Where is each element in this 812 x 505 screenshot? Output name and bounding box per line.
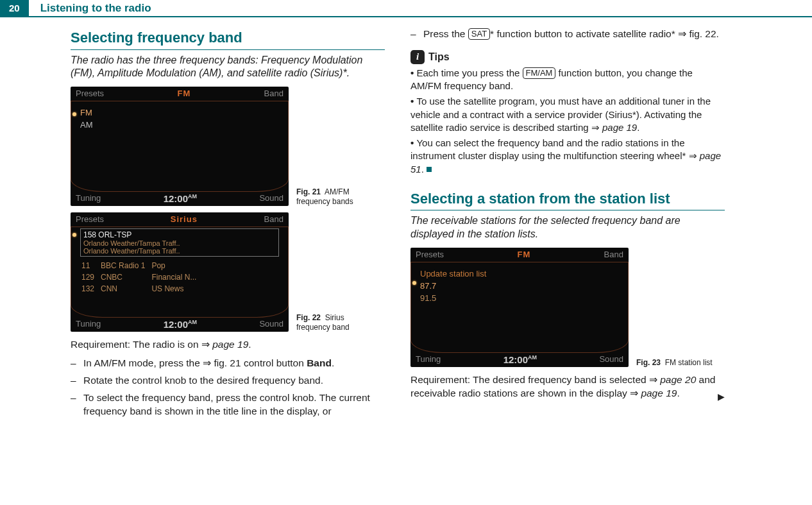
figure-caption: Fig. 22 Sirius frequency band: [296, 313, 373, 332]
continue-icon: ▶: [718, 391, 725, 403]
list-item: You can select the frequency band and th…: [410, 137, 725, 176]
page-ref: page 20: [660, 374, 696, 385]
band-title: FM: [177, 89, 190, 98]
list-item: Update station list: [420, 268, 619, 280]
button-graphic: SAT: [468, 28, 490, 40]
soft-label: Tuning: [416, 354, 441, 365]
soft-label: Band: [264, 214, 283, 224]
page-ref: page 19: [641, 388, 677, 398]
clock-display: 12:00AM: [164, 193, 197, 204]
requirement-text: Requirement: The radio is on ⇒ page 19.: [71, 338, 385, 352]
tips-label: Tips: [428, 51, 450, 63]
soft-label: Band: [264, 89, 283, 98]
page-topic: Listening to the radio: [29, 2, 151, 15]
figure-23: Presets FM Band Update station list 87.7…: [410, 248, 725, 367]
figure-21: Presets FM Band FM AM Tuning 12:00AM Sou…: [71, 87, 385, 206]
list-item: 91.5: [420, 292, 619, 304]
section-heading: Selecting frequency band: [71, 29, 385, 50]
list-item: FM: [80, 107, 279, 119]
section-subhead: The radio has the three frequency bands:…: [71, 54, 385, 81]
page-number: 20: [0, 0, 29, 16]
list-item: – To select the frequency band, press th…: [71, 391, 385, 418]
tips-list: Each time you press the FM/AM function b…: [410, 67, 725, 176]
channel-table: 11BBC Radio 1Pop 129CNBCFinancial N... 1…: [80, 259, 203, 295]
list-item: Each time you press the FM/AM function b…: [410, 67, 725, 93]
button-graphic: FM/AM: [523, 67, 556, 79]
soft-label: Sound: [259, 193, 283, 204]
table-row: 11BBC Radio 1Pop: [81, 261, 201, 271]
table-row: 132CNNUS News: [81, 284, 201, 294]
soft-label: Tuning: [76, 319, 101, 330]
soft-label: Tuning: [76, 193, 101, 204]
section-heading: Selecting a station from the station lis…: [410, 190, 725, 211]
list-item: – Rotate the control knob to the desired…: [71, 374, 385, 388]
clock-display: 12:00AM: [164, 319, 197, 330]
page-ref: page 19: [212, 339, 248, 350]
section-end-icon: [427, 167, 432, 172]
display-screenshot: Presets FM Band FM AM Tuning 12:00AM Sou…: [71, 87, 289, 206]
soft-label: Presets: [416, 250, 444, 259]
page-body: Selecting frequency band The radio has t…: [0, 24, 812, 422]
step-list: – Press the SAT* function button to acti…: [410, 28, 725, 41]
list-item: – In AM/FM mode, press the ⇒ fig. 21 con…: [71, 357, 385, 370]
list-item: – Press the SAT* function button to acti…: [410, 28, 725, 41]
band-title: FM: [517, 250, 530, 259]
channel-line: Orlando Weather/Tampa Traff..: [83, 247, 276, 255]
figure-22: Presets Sirius Band 158 ORL-TSP Orlando …: [71, 212, 385, 332]
channel-id: 158 ORL-TSP: [83, 230, 276, 239]
info-icon: i: [410, 50, 425, 64]
step-list: – In AM/FM mode, press the ⇒ fig. 21 con…: [71, 357, 385, 418]
soft-label: Presets: [76, 89, 104, 98]
figure-caption: Fig. 21 AM/FM frequency bands: [296, 187, 373, 206]
left-column: Selecting frequency band The radio has t…: [71, 24, 385, 422]
table-row: 129CNBCFinancial N...: [81, 272, 201, 282]
clock-display: 12:00AM: [503, 354, 537, 365]
soft-label: Band: [604, 250, 623, 259]
list-item: To use the satellite program, you must h…: [410, 95, 725, 134]
requirement-text: Requirement: The desired frequency band …: [410, 373, 725, 400]
highlight-box: 158 ORL-TSP Orlando Weather/Tampa Traff.…: [80, 228, 279, 257]
page-header: 20 Listening to the radio: [0, 0, 812, 17]
page-ref: page 19: [602, 122, 637, 133]
list-item: AM: [80, 119, 279, 131]
right-column: – Press the SAT* function button to acti…: [410, 24, 725, 422]
soft-label: Sound: [259, 319, 283, 330]
band-title: Sirius: [171, 214, 198, 224]
section-subhead: The receivable stations for the selected…: [410, 214, 725, 241]
figure-caption: Fig. 23 FM station list: [636, 358, 713, 367]
soft-label: Sound: [599, 354, 623, 365]
display-screenshot: Presets FM Band Update station list 87.7…: [410, 248, 629, 367]
list-item: 87.7: [420, 280, 619, 292]
soft-label: Presets: [76, 214, 104, 224]
channel-line: Orlando Weather/Tampa Traff..: [83, 239, 276, 247]
display-screenshot: Presets Sirius Band 158 ORL-TSP Orlando …: [71, 212, 289, 332]
tips-heading: i Tips: [410, 50, 725, 64]
